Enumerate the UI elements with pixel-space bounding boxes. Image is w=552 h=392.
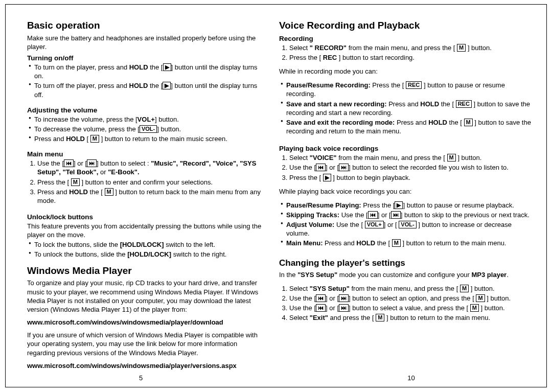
next-icon: ⏭ — [87, 159, 97, 167]
subheading: Playing back voice recordings — [279, 145, 531, 152]
section-title: Voice Recording and Playback — [279, 20, 531, 32]
right-column: Voice Recording and Playback Recording S… — [276, 20, 546, 387]
play-icon: ▶ — [395, 201, 403, 209]
m-icon: M — [447, 154, 456, 162]
list-item: Pause/Resume Playing: Press the [▶] butt… — [283, 201, 531, 210]
m-icon: M — [71, 178, 80, 186]
play-icon: ▶ — [163, 63, 171, 71]
page-number: 5 — [6, 374, 276, 382]
page-number: 10 — [276, 374, 546, 382]
m-icon: M — [457, 44, 466, 52]
list-item: Select "Exit" and press the [ M ] button… — [289, 313, 531, 322]
list-item: To lock the buttons, slide the [HOLD/LOC… — [31, 240, 262, 249]
list-item: To increase the volume, press the [VOL+]… — [31, 115, 262, 124]
list-item: Press the [ M ] button to enter and conf… — [37, 178, 262, 187]
list-item: Select "VOICE" from the main menu, and p… — [289, 153, 531, 162]
list-item: Use the [⏮] or [⏭] button to select a va… — [289, 304, 531, 312]
url-text: www.microsoft.com/windows/windowsmedia/p… — [27, 361, 262, 370]
intro-text: Make sure the battery and headphones are… — [27, 34, 262, 51]
list-item: To turn off the player, press and HOLD t… — [31, 81, 262, 99]
rec-icon: REC — [406, 81, 422, 89]
subheading: Recording — [279, 35, 531, 42]
rec-icon: REC — [456, 100, 472, 108]
m-icon: M — [90, 135, 99, 143]
list-item: To turn on the player, press and HOLD th… — [31, 63, 262, 80]
list-item: Pause/Resume Recording: Press the [ REC … — [283, 81, 531, 98]
list-item: Use the [⏮] or [⏭] button to select an o… — [289, 294, 531, 303]
body-text: If you are unsure of which version of Wi… — [27, 331, 262, 357]
left-column: Basic operation Make sure the battery an… — [6, 20, 276, 387]
body-text: While playing back voice recordings you … — [279, 187, 531, 196]
body-text: While in recording mode you can: — [279, 67, 531, 76]
subheading: Main menu — [27, 150, 262, 158]
list-item: Save and start a new recording: Press an… — [283, 100, 531, 117]
play-icon: ▶ — [163, 82, 171, 89]
next-icon: ⏭ — [339, 304, 349, 312]
m-icon: M — [376, 314, 384, 321]
list-item: Use the [⏮] or [⏭] button to select the … — [289, 163, 531, 172]
prev-icon: ⏮ — [316, 304, 326, 312]
prev-icon: ⏮ — [316, 294, 326, 302]
list-item: Press the [ ▶ ] button to begin playback… — [289, 173, 531, 182]
body-text: In the "SYS Setup" mode you can customiz… — [279, 270, 531, 279]
list-item: Select " RECORD" from the main menu, and… — [289, 43, 531, 52]
prev-icon: ⏮ — [64, 159, 74, 167]
list-item: Main Menu: Press and HOLD the [ M ] butt… — [283, 239, 531, 247]
next-icon: ⏭ — [339, 294, 349, 302]
manual-page: Basic operation Make sure the battery an… — [5, 4, 547, 387]
list-item: Save and exit the recording mode: Press … — [283, 118, 531, 135]
m-icon: M — [392, 239, 401, 247]
prev-icon: ⏮ — [368, 211, 378, 219]
list-item: Press the [ REC ] button to start record… — [289, 53, 531, 62]
list-item: To decrease the volume, press the [VOL-]… — [31, 125, 262, 133]
list-item: Use the [⏮] or [⏭] button to select : "M… — [37, 159, 262, 176]
list-item: Adjust Volume: Use the [ VOL+] or [ VOL-… — [283, 220, 531, 238]
volplus-icon: VOL+ — [365, 221, 384, 228]
subheading: Adjusting the volume — [27, 106, 262, 114]
m-icon: M — [464, 119, 473, 126]
list-item: Press and HOLD [ M ] button to return to… — [31, 134, 262, 143]
next-icon: ⏭ — [391, 211, 401, 219]
volminus-icon: VOL- — [140, 125, 157, 133]
subheading: Turning on/off — [27, 54, 262, 62]
play-icon: ▶ — [323, 174, 331, 181]
section-title: Windows Media Player — [27, 265, 262, 277]
m-icon: M — [105, 188, 113, 196]
list-item: To unlock the buttons, slide the [HOLD/L… — [31, 250, 262, 259]
list-item: Press and HOLD the [ M ] button to retur… — [37, 188, 262, 205]
body-text: To organize and play your music, rip CD … — [27, 279, 262, 314]
volminus-icon: VOL- — [399, 221, 416, 228]
m-icon: M — [460, 285, 469, 292]
section-title: Changing the player's settings — [279, 258, 531, 268]
url-text: www.microsoft.com/windows/windowsmedia/p… — [27, 318, 262, 327]
next-icon: ⏭ — [339, 164, 349, 171]
list-item: Select "SYS Setup" from the main menu, a… — [289, 284, 531, 293]
list-item: Skipping Tracks: Use the [⏮] or [⏭] butt… — [283, 211, 531, 219]
section-title: Basic operation — [27, 20, 262, 32]
m-icon: M — [470, 304, 479, 312]
prev-icon: ⏮ — [316, 164, 326, 171]
m-icon: M — [476, 294, 485, 302]
body-text: This feature prevents you from accidenta… — [27, 222, 262, 239]
subheading: Unlock/lock buttons — [27, 213, 262, 221]
